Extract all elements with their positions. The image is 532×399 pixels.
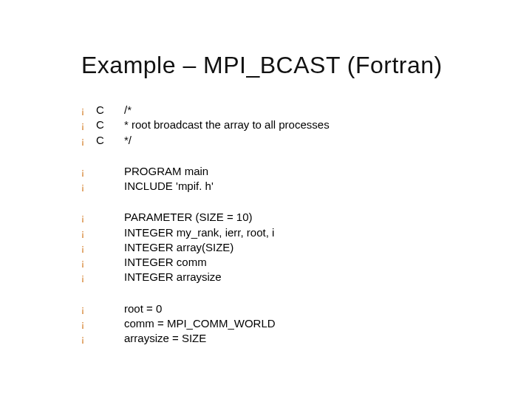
bullet-icon: ¡ [81, 164, 96, 178]
bullet-icon: ¡ [81, 133, 96, 147]
slide-title: Example – MPI_BCAST (Fortran) [81, 52, 488, 79]
line-code: /* [124, 103, 132, 117]
bullet-icon: ¡ [81, 179, 96, 193]
line-code: INTEGER comm [124, 255, 207, 270]
line-code: INTEGER my_rank, ierr, root, i [124, 225, 274, 240]
code-line: ¡arraysize = SIZE [81, 331, 488, 346]
line-code: INTEGER arraysize [124, 270, 222, 284]
bullet-icon: ¡ [81, 103, 96, 117]
bullet-icon: ¡ [81, 270, 96, 284]
bullet-icon: ¡ [81, 117, 96, 132]
code-group: ¡C/*¡C* root broadcast the array to all … [81, 103, 488, 148]
bullet-icon: ¡ [81, 240, 96, 254]
bullet-icon: ¡ [81, 331, 96, 345]
bullet-icon: ¡ [81, 225, 96, 239]
bullet-icon: ¡ [81, 301, 96, 316]
line-code: comm = MPI_COMM_WORLD [124, 316, 276, 331]
line-code: */ [124, 133, 132, 148]
code-line: ¡PROGRAM main [81, 164, 488, 179]
line-code: PARAMETER (SIZE = 10) [124, 210, 253, 225]
line-code: PROGRAM main [124, 164, 208, 179]
code-line: ¡PARAMETER (SIZE = 10) [81, 210, 488, 225]
line-prefix: C [96, 133, 124, 148]
code-line: ¡INTEGER arraysize [81, 270, 488, 284]
line-code: INTEGER array(SIZE) [124, 240, 233, 255]
code-group: ¡PROGRAM main¡INCLUDE 'mpif. h' [81, 164, 488, 194]
code-line: ¡INCLUDE 'mpif. h' [81, 179, 488, 194]
bullet-icon: ¡ [81, 316, 96, 330]
line-prefix: C [96, 103, 124, 117]
code-group: ¡PARAMETER (SIZE = 10)¡INTEGER my_rank, … [81, 210, 488, 284]
code-line: ¡INTEGER array(SIZE) [81, 240, 488, 255]
line-code: INCLUDE 'mpif. h' [124, 179, 214, 194]
code-line: ¡INTEGER comm [81, 255, 488, 270]
bullet-icon: ¡ [81, 210, 96, 224]
line-prefix: C [96, 117, 124, 132]
code-line: ¡comm = MPI_COMM_WORLD [81, 316, 488, 331]
line-code: arraysize = SIZE [124, 331, 206, 346]
bullet-icon: ¡ [81, 255, 96, 269]
line-code: root = 0 [124, 301, 162, 316]
code-group: ¡root = 0¡comm = MPI_COMM_WORLD¡arraysiz… [81, 301, 488, 347]
code-line: ¡INTEGER my_rank, ierr, root, i [81, 225, 488, 240]
code-listing: ¡C/*¡C* root broadcast the array to all … [81, 103, 488, 346]
code-line: ¡C/* [81, 103, 488, 117]
code-line: ¡root = 0 [81, 301, 488, 316]
slide: Example – MPI_BCAST (Fortran) ¡C/*¡C* ro… [0, 0, 532, 399]
line-code: * root broadcast the array to all proces… [124, 117, 330, 132]
code-line: ¡C*/ [81, 133, 488, 148]
code-line: ¡C* root broadcast the array to all proc… [81, 117, 488, 132]
